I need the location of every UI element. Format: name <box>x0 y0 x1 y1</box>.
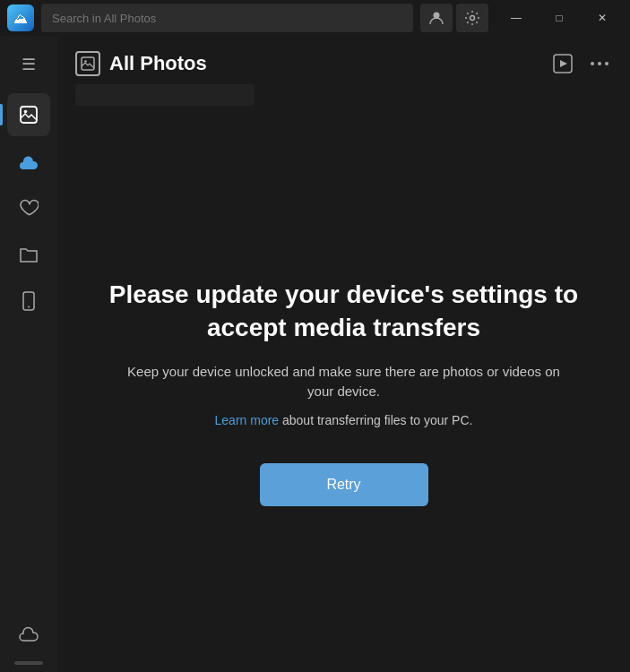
sidebar-menu-toggle[interactable]: ☰ <box>7 43 50 86</box>
main-layout: ☰ <box>0 36 630 672</box>
titlebar: ⛰ — □ ✕ <box>0 0 630 36</box>
sidebar-bottom <box>7 611 50 672</box>
titlebar-icon-group <box>420 4 488 32</box>
sidebar: ☰ <box>0 36 57 672</box>
svg-point-12 <box>591 62 594 65</box>
page-title: All Photos <box>109 52 207 75</box>
settings-icon-button[interactable] <box>456 4 488 32</box>
svg-point-5 <box>24 110 28 114</box>
sidebar-scroll-indicator <box>14 661 43 665</box>
more-options-button[interactable] <box>587 57 612 70</box>
svg-rect-8 <box>82 57 94 70</box>
minimize-button[interactable]: — <box>496 4 537 32</box>
error-section: Please update your device's settings to … <box>57 113 630 672</box>
people-icon-button[interactable] <box>420 4 453 32</box>
svg-text:⛰: ⛰ <box>13 11 28 26</box>
learn-more-link[interactable]: Learn more <box>215 413 280 427</box>
content-header: All Photos <box>57 36 630 113</box>
svg-point-9 <box>84 60 87 63</box>
window-controls: — □ ✕ <box>496 4 623 32</box>
svg-marker-11 <box>560 60 567 67</box>
content-title: All Photos <box>75 51 207 76</box>
sidebar-item-mobile[interactable] <box>7 280 50 323</box>
header-actions <box>549 50 612 77</box>
sidebar-item-cloud[interactable] <box>7 140 50 183</box>
svg-point-7 <box>28 306 30 308</box>
content-subtitle-bar <box>75 84 255 106</box>
maximize-button[interactable]: □ <box>539 4 580 32</box>
error-link-suffix: about transferring files to your PC. <box>279 413 472 427</box>
svg-rect-4 <box>21 107 37 123</box>
svg-point-13 <box>598 62 601 65</box>
svg-point-3 <box>470 16 475 21</box>
app-icon: ⛰ <box>7 4 34 31</box>
slideshow-button[interactable] <box>549 50 576 77</box>
search-input[interactable] <box>41 4 413 32</box>
svg-point-14 <box>605 62 608 65</box>
sidebar-item-photos[interactable] <box>7 93 50 136</box>
sidebar-item-cloud-sync[interactable] <box>7 611 50 654</box>
close-button[interactable]: ✕ <box>582 4 623 32</box>
retry-button[interactable]: Retry <box>260 463 428 506</box>
error-heading: Please update your device's settings to … <box>93 279 594 344</box>
content-area: All Photos <box>57 36 630 672</box>
sidebar-item-favorites[interactable] <box>7 186 50 229</box>
error-body: Keep your device unlocked and make sure … <box>120 362 568 402</box>
title-photo-icon <box>75 51 100 76</box>
error-link-row: Learn more about transferring files to y… <box>215 413 473 427</box>
content-title-row: All Photos <box>75 50 612 77</box>
sidebar-item-folders[interactable] <box>7 233 50 276</box>
